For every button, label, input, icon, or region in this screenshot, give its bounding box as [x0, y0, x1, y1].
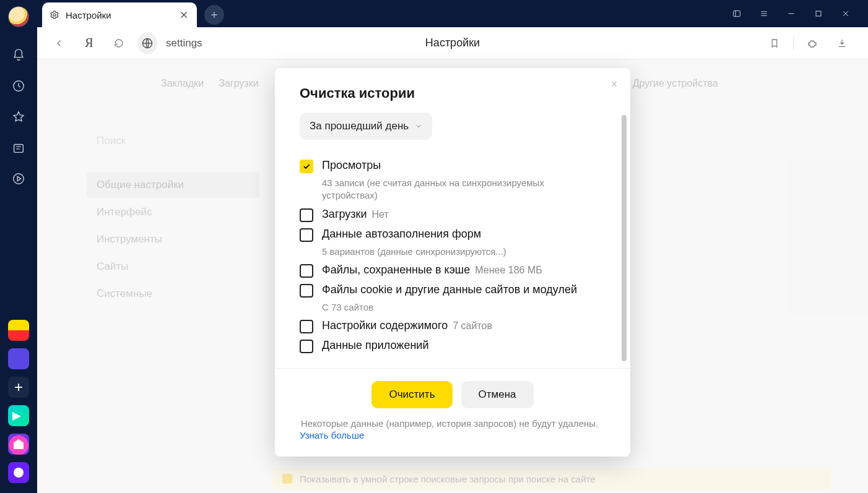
- clear-history-dialog: Очистка истории За прошедший день Просмо…: [275, 68, 630, 457]
- downloads-button[interactable]: [831, 32, 853, 54]
- collections-icon[interactable]: [7, 137, 30, 159]
- rail-bottom-apps: +: [0, 316, 37, 487]
- minimize-button[interactable]: [778, 0, 805, 27]
- page-title: Настройки: [425, 36, 480, 49]
- extensions-button[interactable]: [801, 32, 823, 54]
- maximize-button[interactable]: [805, 0, 832, 27]
- tab-strip: Настройки: [37, 0, 868, 27]
- app-mail-icon[interactable]: [8, 320, 29, 341]
- option-cache: Файлы, сохраненные в кэшеМенее 186 МБ: [300, 263, 605, 278]
- notifications-icon[interactable]: [7, 44, 30, 66]
- tab-settings[interactable]: Настройки: [42, 2, 197, 27]
- option-app-data: Данные приложений: [300, 338, 605, 353]
- option-side: Нет: [371, 209, 388, 220]
- cancel-button-label: Отмена: [479, 388, 516, 401]
- avatar[interactable]: [8, 6, 29, 27]
- checkbox-autofill[interactable]: [300, 228, 313, 242]
- option-label: Просмотры: [322, 159, 381, 171]
- left-rail: +: [0, 0, 37, 493]
- app-purple-icon[interactable]: [8, 348, 29, 369]
- option-sub: 43 записи (не считая данных на синхрониз…: [322, 177, 588, 202]
- back-button[interactable]: [48, 32, 71, 54]
- sidebar-toggle-icon[interactable]: [723, 0, 750, 27]
- new-tab-button[interactable]: [204, 5, 224, 25]
- option-downloads: ЗагрузкиНет: [300, 207, 605, 222]
- checkbox-downloads[interactable]: [300, 208, 313, 222]
- window-controls: [723, 0, 868, 27]
- app-teal-icon[interactable]: [8, 405, 29, 426]
- svg-point-2: [14, 174, 24, 184]
- option-cookies: Файлы cookie и другие данные сайтов и мо…: [300, 283, 605, 298]
- option-sub: 5 вариантов (данные синхронизируются...): [322, 246, 588, 258]
- learn-more-link[interactable]: Узнать больше: [300, 430, 605, 440]
- cancel-button[interactable]: Отмена: [461, 381, 534, 408]
- modal-footer: Очистить Отмена Некоторые данные (наприм…: [275, 368, 630, 457]
- reload-button[interactable]: [108, 32, 130, 54]
- content: Закладки Загрузки Другие устройства Поис…: [37, 59, 868, 493]
- option-label: Загрузки: [322, 208, 367, 220]
- svg-rect-5: [816, 11, 821, 16]
- app-magenta-icon[interactable]: [8, 434, 29, 455]
- gear-icon: [50, 10, 59, 20]
- svg-point-3: [53, 14, 56, 16]
- star-icon[interactable]: [7, 106, 30, 128]
- play-circle-icon[interactable]: [7, 168, 30, 190]
- checkbox-content-settings[interactable]: [300, 320, 313, 333]
- time-range-value: За прошедший день: [310, 120, 409, 132]
- menu-icon[interactable]: [750, 0, 778, 27]
- checkbox-cookies[interactable]: [300, 284, 313, 298]
- option-side: Менее 186 МБ: [475, 265, 542, 275]
- toolbar: Я settings Настройки: [37, 27, 868, 59]
- checkbox-app-data[interactable]: [300, 340, 313, 353]
- option-label: Файлы cookie и другие данные сайтов и мо…: [322, 283, 577, 296]
- add-app-button[interactable]: +: [8, 377, 29, 398]
- yandex-home-button[interactable]: Я: [78, 32, 100, 54]
- option-side: 7 сайтов: [453, 320, 492, 331]
- option-sub: С 73 сайтов: [322, 301, 588, 314]
- toolbar-separator: [793, 36, 794, 50]
- tab-close-button[interactable]: [178, 9, 189, 20]
- app-alice-icon[interactable]: [8, 462, 29, 483]
- modal-close-button[interactable]: [607, 77, 622, 92]
- address-text[interactable]: settings: [166, 37, 202, 49]
- time-range-dropdown[interactable]: За прошедший день: [300, 113, 432, 140]
- chevron-down-icon: [415, 122, 422, 130]
- option-label: Файлы, сохраненные в кэше: [322, 264, 470, 276]
- option-label: Настройки содержимого: [322, 319, 448, 332]
- tab-title: Настройки: [66, 10, 111, 20]
- close-window-button[interactable]: [832, 0, 859, 27]
- site-identity-button[interactable]: [137, 33, 157, 54]
- svg-rect-1: [14, 145, 24, 153]
- checkbox-views[interactable]: [300, 160, 313, 173]
- bookmark-button[interactable]: [763, 32, 786, 54]
- svg-rect-4: [734, 11, 740, 16]
- footer-note: Некоторые данные (например, история запр…: [300, 418, 605, 429]
- clear-button[interactable]: Очистить: [371, 381, 452, 408]
- option-label: Данные приложений: [322, 339, 428, 351]
- option-content-settings: Настройки содержимого7 сайтов: [300, 319, 605, 333]
- option-autofill: Данные автозаполнения форм: [300, 227, 605, 242]
- modal-body: За прошедший день Просмотры 43 записи (н…: [275, 113, 630, 368]
- clear-button-label: Очистить: [389, 388, 435, 401]
- modal-title: Очистка истории: [275, 68, 630, 113]
- option-views: Просмотры: [300, 158, 605, 173]
- checkbox-cache[interactable]: [300, 264, 313, 278]
- option-label: Данные автозаполнения форм: [322, 228, 481, 240]
- history-icon[interactable]: [7, 75, 30, 97]
